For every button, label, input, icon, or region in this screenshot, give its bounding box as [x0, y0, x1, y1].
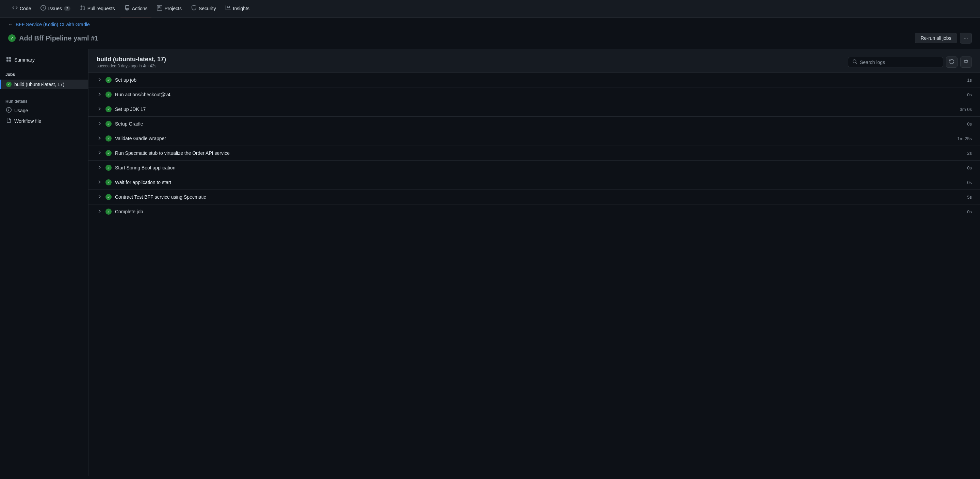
security-icon [191, 5, 197, 12]
step-status-icon: ✓ [105, 208, 111, 215]
step-left: ✓ Set up JDK 17 [97, 106, 146, 112]
step-duration: 2s [967, 151, 972, 156]
settings-button[interactable] [960, 56, 972, 68]
nav-security-label: Security [199, 6, 216, 11]
step-left: ✓ Start Spring Boot application [97, 165, 175, 171]
chevron-right-icon [97, 136, 102, 141]
rerun-button[interactable]: Re-run all jobs [915, 33, 957, 43]
workflow-file-label: Workflow file [14, 118, 41, 124]
nav-actions-label: Actions [132, 6, 148, 11]
steps-list: ✓ Set up job 1s ✓ Run actions/checkout@v… [89, 73, 980, 219]
step-duration: 0s [967, 121, 972, 127]
step-status-icon: ✓ [105, 92, 111, 98]
sidebar-divider-1 [5, 68, 83, 68]
job-status-text: succeeded [97, 64, 116, 68]
sidebar-item-summary[interactable]: Summary [0, 54, 88, 65]
insights-icon [226, 5, 231, 12]
run-details-label: Run details [0, 95, 88, 105]
step-left: ✓ Complete job [97, 208, 143, 215]
step-row[interactable]: ✓ Complete job 0s [89, 204, 980, 219]
step-row[interactable]: ✓ Contract Test BFF service using Specma… [89, 190, 980, 204]
step-status-icon: ✓ [105, 106, 111, 112]
step-row[interactable]: ✓ Set up job 1s [89, 73, 980, 88]
nav-code[interactable]: Code [8, 0, 35, 18]
sidebar-item-usage[interactable]: Usage [0, 105, 88, 116]
step-status-icon: ✓ [105, 165, 111, 171]
step-left: ✓ Contract Test BFF service using Specma… [97, 194, 206, 200]
step-row[interactable]: ✓ Start Spring Boot application 0s [89, 161, 980, 175]
step-row[interactable]: ✓ Wait for application to start 0s [89, 175, 980, 190]
pull-requests-icon [80, 5, 86, 12]
chevron-right-icon [97, 180, 102, 185]
step-duration: 0s [967, 180, 972, 185]
nav-actions[interactable]: Actions [121, 0, 152, 18]
nav-insights-label: Insights [233, 6, 250, 11]
nav-projects-label: Projects [164, 6, 182, 11]
step-duration: 5s [967, 194, 972, 200]
run-status-icon: ✓ [8, 34, 16, 42]
chevron-right-icon [97, 92, 102, 97]
actions-icon [124, 5, 130, 12]
job-header: build (ubuntu-latest, 17) succeeded 3 da… [89, 49, 980, 73]
job-title: build (ubuntu-latest, 17) [97, 56, 166, 63]
step-duration: 1m 25s [957, 136, 972, 141]
header-actions: Re-run all jobs ··· [915, 33, 972, 43]
step-status-icon: ✓ [105, 150, 111, 156]
step-row[interactable]: ✓ Set up JDK 17 3m 0s [89, 102, 980, 117]
step-row[interactable]: ✓ Run Specmatic stub to virtualize the O… [89, 146, 980, 161]
nav-security[interactable]: Security [187, 0, 220, 18]
breadcrumb-link[interactable]: BFF Service (Kotlin) CI with Gradle [16, 22, 90, 27]
step-left: ✓ Validate Gradle wrapper [97, 135, 166, 142]
search-box [848, 57, 943, 67]
nav-code-label: Code [20, 6, 31, 11]
step-name: Contract Test BFF service using Specmati… [115, 194, 206, 200]
step-status-icon: ✓ [105, 77, 111, 83]
sidebar-jobs-label: Jobs [0, 71, 88, 80]
more-button[interactable]: ··· [960, 33, 972, 43]
step-name: Run actions/checkout@v4 [115, 92, 170, 97]
nav-insights[interactable]: Insights [221, 0, 253, 18]
chevron-right-icon [97, 166, 102, 170]
step-duration: 3m 0s [960, 107, 972, 112]
content-area: build (ubuntu-latest, 17) succeeded 3 da… [89, 49, 980, 476]
chevron-right-icon [97, 107, 102, 112]
code-icon [12, 5, 18, 12]
step-duration: 0s [967, 92, 972, 97]
sidebar: Summary Jobs ✓ build (ubuntu-latest, 17)… [0, 49, 89, 476]
chevron-right-icon [97, 209, 102, 214]
job-actions [848, 56, 972, 68]
refresh-button[interactable] [946, 56, 958, 68]
chevron-right-icon [97, 78, 102, 83]
job-subtitle: succeeded 3 days ago in 4m 42s [97, 64, 166, 68]
search-input[interactable] [860, 59, 939, 65]
sidebar-divider-2 [5, 92, 83, 92]
sidebar-item-build-job[interactable]: ✓ build (ubuntu-latest, 17) [0, 80, 88, 89]
step-duration: 1s [967, 78, 972, 83]
step-row[interactable]: ✓ Setup Gradle 0s [89, 117, 980, 131]
step-name: Validate Gradle wrapper [115, 136, 166, 141]
nav-projects[interactable]: Projects [153, 0, 186, 18]
step-left: ✓ Set up job [97, 77, 137, 83]
step-name: Set up job [115, 77, 137, 83]
step-name: Setup Gradle [115, 121, 143, 127]
usage-icon [6, 107, 11, 114]
nav-pull-requests[interactable]: Pull requests [76, 0, 119, 18]
job-status-icon: ✓ [6, 82, 11, 87]
job-title-area: build (ubuntu-latest, 17) succeeded 3 da… [97, 56, 166, 68]
sidebar-item-workflow-file[interactable]: Workflow file [0, 116, 88, 126]
projects-icon [157, 5, 162, 12]
back-arrow: ← [8, 22, 13, 27]
sidebar-summary-label: Summary [14, 57, 35, 63]
main-layout: Summary Jobs ✓ build (ubuntu-latest, 17)… [0, 49, 980, 476]
step-name: Wait for application to start [115, 180, 171, 185]
search-icon [853, 59, 857, 65]
chevron-right-icon [97, 194, 102, 200]
step-left: ✓ Wait for application to start [97, 179, 171, 185]
step-status-icon: ✓ [105, 121, 111, 127]
step-duration: 0s [967, 209, 972, 214]
issues-icon [40, 5, 46, 12]
sidebar-job-label: build (ubuntu-latest, 17) [14, 82, 64, 87]
step-row[interactable]: ✓ Run actions/checkout@v4 0s [89, 88, 980, 102]
nav-issues[interactable]: Issues 7 [37, 0, 74, 18]
step-row[interactable]: ✓ Validate Gradle wrapper 1m 25s [89, 131, 980, 146]
